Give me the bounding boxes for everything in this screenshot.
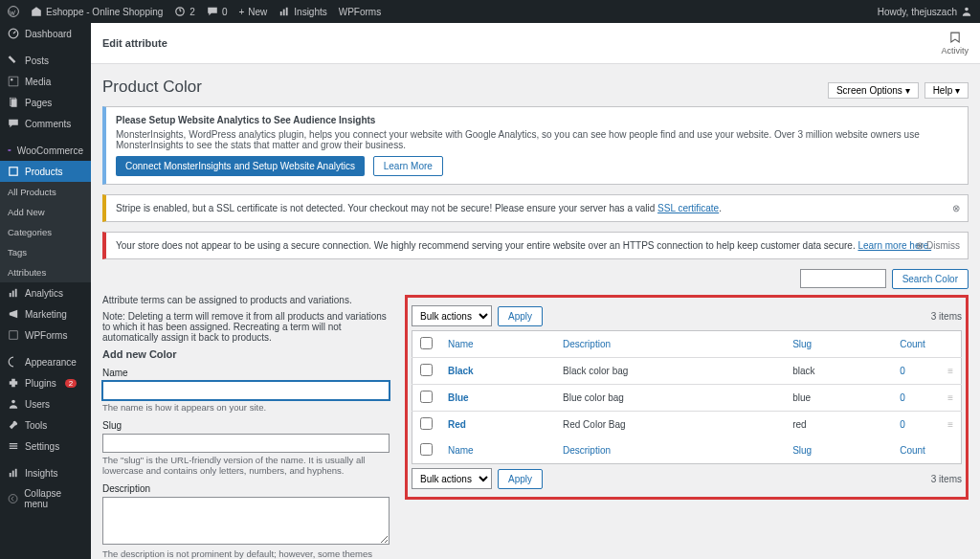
menu-products[interactable]: Products bbox=[0, 161, 91, 182]
col-desc-header[interactable]: Description bbox=[563, 339, 611, 349]
apply-top-button[interactable]: Apply bbox=[498, 306, 543, 326]
drag-handle-icon[interactable]: ≡ bbox=[940, 358, 961, 385]
notice-title: Please Setup Website Analytics to See Au… bbox=[116, 115, 958, 125]
svg-rect-3 bbox=[286, 8, 288, 15]
items-count-top: 3 items bbox=[931, 311, 962, 322]
slug-input[interactable] bbox=[102, 434, 390, 453]
name-help: The name is how it appears on your site. bbox=[102, 402, 390, 413]
table-row: Black Black color bag black 0 ≡ bbox=[412, 358, 962, 385]
svg-rect-14 bbox=[10, 331, 17, 339]
add-term-form: Attribute terms can be assigned to produ… bbox=[102, 295, 390, 559]
row-checkbox[interactable] bbox=[420, 417, 433, 430]
ssl-certificate-link[interactable]: SSL certificate bbox=[657, 203, 719, 213]
col-name-footer[interactable]: Name bbox=[448, 445, 474, 456]
menu-pages[interactable]: Pages bbox=[0, 92, 91, 113]
menu-plugins[interactable]: Plugins2 bbox=[0, 372, 91, 393]
select-all-top[interactable] bbox=[420, 337, 433, 349]
submenu-tags[interactable]: Tags bbox=[0, 242, 91, 262]
howdy[interactable]: Howdy, thejuszach bbox=[878, 6, 972, 17]
description-input[interactable] bbox=[102, 497, 390, 545]
term-count-link[interactable]: 0 bbox=[900, 366, 905, 376]
submenu-attributes[interactable]: Attributes bbox=[0, 262, 91, 282]
svg-rect-16 bbox=[10, 443, 17, 444]
svg-point-22 bbox=[9, 495, 17, 503]
menu-appearance[interactable]: Appearance bbox=[0, 351, 91, 372]
term-slug: red bbox=[785, 412, 892, 438]
svg-rect-8 bbox=[11, 99, 17, 106]
wpforms-link[interactable]: WPForms bbox=[339, 7, 381, 17]
search-color-button[interactable]: Search Color bbox=[892, 269, 969, 289]
svg-rect-18 bbox=[10, 448, 17, 449]
row-checkbox[interactable] bbox=[420, 391, 433, 403]
collapse-menu[interactable]: Collapse menu bbox=[0, 483, 91, 514]
menu-dashboard[interactable]: Dashboard bbox=[0, 23, 91, 44]
menu-marketing[interactable]: Marketing bbox=[0, 303, 91, 324]
term-count-link[interactable]: 0 bbox=[900, 419, 905, 430]
select-all-bottom[interactable] bbox=[420, 443, 433, 456]
connect-mi-button[interactable]: Connect MonsterInsights and Setup Websit… bbox=[116, 156, 365, 176]
wp-logo[interactable] bbox=[8, 6, 19, 17]
menu-media[interactable]: Media bbox=[0, 71, 91, 92]
col-count-header[interactable]: Count bbox=[900, 339, 925, 349]
bulk-actions-bottom[interactable]: Bulk actions bbox=[412, 468, 492, 489]
page-title: Product Color bbox=[102, 78, 202, 97]
col-desc-footer[interactable]: Description bbox=[563, 445, 611, 456]
svg-rect-19 bbox=[10, 473, 11, 477]
learn-more-button[interactable]: Learn More bbox=[373, 156, 443, 176]
term-name-link[interactable]: Black bbox=[448, 366, 474, 376]
monsterinsights-notice: Please Setup Website Analytics to See Au… bbox=[102, 106, 969, 185]
term-description: Red Color Bag bbox=[555, 412, 785, 438]
drag-handle-icon[interactable]: ≡ bbox=[940, 385, 961, 412]
menu-insights[interactable]: Insights bbox=[0, 462, 91, 483]
menu-analytics[interactable]: Analytics bbox=[0, 282, 91, 303]
menu-users[interactable]: Users bbox=[0, 393, 91, 414]
menu-comments[interactable]: Comments bbox=[0, 113, 91, 134]
search-input[interactable] bbox=[800, 269, 886, 288]
term-description: Blue color bag bbox=[555, 385, 785, 412]
col-count-footer[interactable]: Count bbox=[900, 445, 925, 456]
help-button[interactable]: Help ▾ bbox=[924, 82, 969, 99]
site-name[interactable]: Eshoppe - Online Shopping bbox=[31, 6, 163, 17]
col-slug-header[interactable]: Slug bbox=[792, 339, 812, 349]
screen-options-button[interactable]: Screen Options ▾ bbox=[828, 82, 919, 99]
drag-handle-icon[interactable]: ≡ bbox=[940, 412, 961, 438]
row-checkbox[interactable] bbox=[420, 364, 433, 376]
intro-text-1: Attribute terms can be assigned to produ… bbox=[102, 295, 390, 305]
slug-label: Slug bbox=[102, 420, 390, 431]
term-count-link[interactable]: 0 bbox=[900, 392, 905, 403]
name-input[interactable] bbox=[102, 381, 390, 400]
term-name-link[interactable]: Red bbox=[448, 419, 466, 430]
menu-settings[interactable]: Settings bbox=[0, 436, 91, 457]
edit-attribute-heading: Edit attribute bbox=[102, 37, 167, 49]
col-slug-footer[interactable]: Slug bbox=[792, 445, 812, 456]
submenu-all-products[interactable]: All Products bbox=[0, 182, 91, 202]
submenu-add-new[interactable]: Add New bbox=[0, 202, 91, 222]
admin-sidebar: Dashboard Posts Media Pages Comments Woo… bbox=[0, 23, 91, 559]
terms-table: Name Description Slug Count Black Black … bbox=[412, 330, 962, 464]
comments-count[interactable]: 0 bbox=[207, 6, 228, 17]
dismiss-https-button[interactable]: ⊗ Dismiss bbox=[916, 240, 960, 251]
description-help: The description is not prominent by defa… bbox=[102, 548, 390, 559]
dismiss-stripe-icon[interactable]: ⊗ bbox=[952, 203, 960, 213]
updates[interactable]: 2 bbox=[174, 6, 195, 17]
svg-rect-17 bbox=[10, 445, 17, 446]
bulk-actions-top[interactable]: Bulk actions bbox=[412, 305, 492, 326]
menu-woocommerce[interactable]: WooCommerce bbox=[0, 140, 91, 161]
svg-rect-9 bbox=[8, 149, 11, 151]
menu-wpforms[interactable]: WPForms bbox=[0, 324, 91, 346]
term-name-link[interactable]: Blue bbox=[448, 392, 469, 403]
name-label: Name bbox=[102, 368, 390, 378]
menu-posts[interactable]: Posts bbox=[0, 50, 91, 71]
svg-rect-12 bbox=[12, 291, 14, 298]
insights-link[interactable]: Insights bbox=[278, 6, 326, 17]
term-description: Black color bag bbox=[555, 358, 785, 385]
activity-panel[interactable]: Activity bbox=[941, 31, 969, 56]
plugins-badge: 2 bbox=[65, 379, 77, 388]
col-name-header[interactable]: Name bbox=[448, 339, 474, 349]
menu-tools[interactable]: Tools bbox=[0, 414, 91, 436]
apply-bottom-button[interactable]: Apply bbox=[498, 469, 543, 489]
submenu-categories[interactable]: Categories bbox=[0, 222, 91, 242]
svg-rect-10 bbox=[10, 168, 17, 175]
table-row: Red Red Color Bag red 0 ≡ bbox=[412, 412, 962, 438]
new-content[interactable]: + New bbox=[238, 7, 267, 17]
